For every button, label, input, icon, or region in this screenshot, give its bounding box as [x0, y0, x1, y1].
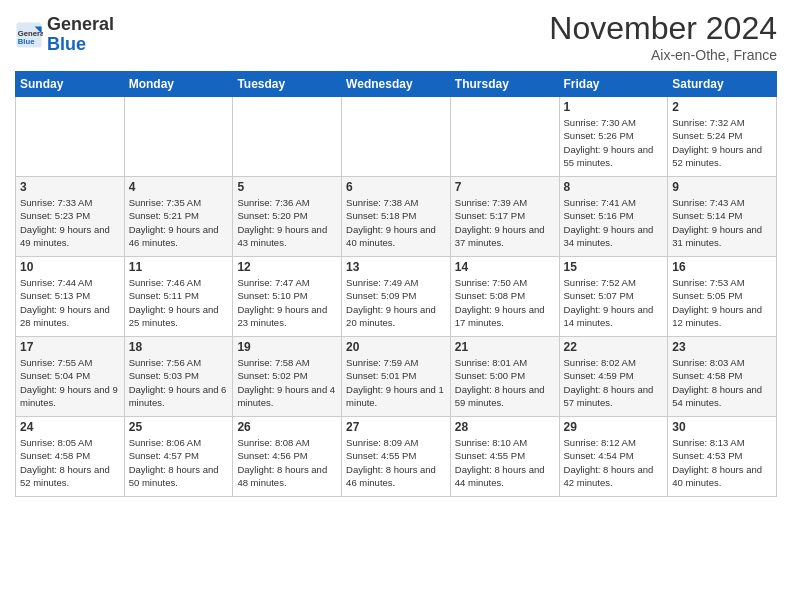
day-info: Sunrise: 8:13 AM Sunset: 4:53 PM Dayligh…: [672, 436, 772, 489]
day-number: 28: [455, 420, 555, 434]
logo-icon: General Blue: [15, 21, 43, 49]
day-number: 15: [564, 260, 664, 274]
calendar-cell: 4Sunrise: 7:35 AM Sunset: 5:21 PM Daylig…: [124, 177, 233, 257]
calendar-cell: 19Sunrise: 7:58 AM Sunset: 5:02 PM Dayli…: [233, 337, 342, 417]
calendar-week-row: 24Sunrise: 8:05 AM Sunset: 4:58 PM Dayli…: [16, 417, 777, 497]
calendar-cell: 6Sunrise: 7:38 AM Sunset: 5:18 PM Daylig…: [342, 177, 451, 257]
calendar-cell: 8Sunrise: 7:41 AM Sunset: 5:16 PM Daylig…: [559, 177, 668, 257]
calendar-cell: 28Sunrise: 8:10 AM Sunset: 4:55 PM Dayli…: [450, 417, 559, 497]
day-info: Sunrise: 7:59 AM Sunset: 5:01 PM Dayligh…: [346, 356, 446, 409]
day-info: Sunrise: 7:50 AM Sunset: 5:08 PM Dayligh…: [455, 276, 555, 329]
day-info: Sunrise: 8:10 AM Sunset: 4:55 PM Dayligh…: [455, 436, 555, 489]
calendar-cell: [124, 97, 233, 177]
day-info: Sunrise: 8:01 AM Sunset: 5:00 PM Dayligh…: [455, 356, 555, 409]
day-number: 5: [237, 180, 337, 194]
day-info: Sunrise: 7:47 AM Sunset: 5:10 PM Dayligh…: [237, 276, 337, 329]
calendar-week-row: 10Sunrise: 7:44 AM Sunset: 5:13 PM Dayli…: [16, 257, 777, 337]
day-info: Sunrise: 7:44 AM Sunset: 5:13 PM Dayligh…: [20, 276, 120, 329]
day-number: 25: [129, 420, 229, 434]
day-number: 18: [129, 340, 229, 354]
calendar-cell: 17Sunrise: 7:55 AM Sunset: 5:04 PM Dayli…: [16, 337, 125, 417]
calendar-cell: 27Sunrise: 8:09 AM Sunset: 4:55 PM Dayli…: [342, 417, 451, 497]
day-number: 26: [237, 420, 337, 434]
day-number: 30: [672, 420, 772, 434]
day-info: Sunrise: 7:32 AM Sunset: 5:24 PM Dayligh…: [672, 116, 772, 169]
calendar-cell: 30Sunrise: 8:13 AM Sunset: 4:53 PM Dayli…: [668, 417, 777, 497]
calendar-cell: 11Sunrise: 7:46 AM Sunset: 5:11 PM Dayli…: [124, 257, 233, 337]
svg-text:Blue: Blue: [18, 37, 35, 46]
day-number: 29: [564, 420, 664, 434]
day-info: Sunrise: 7:55 AM Sunset: 5:04 PM Dayligh…: [20, 356, 120, 409]
day-info: Sunrise: 7:30 AM Sunset: 5:26 PM Dayligh…: [564, 116, 664, 169]
day-number: 8: [564, 180, 664, 194]
calendar-cell: 3Sunrise: 7:33 AM Sunset: 5:23 PM Daylig…: [16, 177, 125, 257]
day-number: 17: [20, 340, 120, 354]
calendar-cell: 12Sunrise: 7:47 AM Sunset: 5:10 PM Dayli…: [233, 257, 342, 337]
day-number: 23: [672, 340, 772, 354]
day-number: 6: [346, 180, 446, 194]
day-number: 7: [455, 180, 555, 194]
title-block: November 2024 Aix-en-Othe, France: [549, 10, 777, 63]
day-info: Sunrise: 7:53 AM Sunset: 5:05 PM Dayligh…: [672, 276, 772, 329]
day-info: Sunrise: 8:06 AM Sunset: 4:57 PM Dayligh…: [129, 436, 229, 489]
day-number: 2: [672, 100, 772, 114]
calendar-cell: 23Sunrise: 8:03 AM Sunset: 4:58 PM Dayli…: [668, 337, 777, 417]
day-number: 20: [346, 340, 446, 354]
calendar-cell: 13Sunrise: 7:49 AM Sunset: 5:09 PM Dayli…: [342, 257, 451, 337]
col-header-sunday: Sunday: [16, 72, 125, 97]
day-number: 1: [564, 100, 664, 114]
calendar-cell: 22Sunrise: 8:02 AM Sunset: 4:59 PM Dayli…: [559, 337, 668, 417]
day-number: 16: [672, 260, 772, 274]
calendar-cell: 18Sunrise: 7:56 AM Sunset: 5:03 PM Dayli…: [124, 337, 233, 417]
day-info: Sunrise: 7:49 AM Sunset: 5:09 PM Dayligh…: [346, 276, 446, 329]
day-info: Sunrise: 8:03 AM Sunset: 4:58 PM Dayligh…: [672, 356, 772, 409]
calendar-cell: 16Sunrise: 7:53 AM Sunset: 5:05 PM Dayli…: [668, 257, 777, 337]
calendar-cell: 20Sunrise: 7:59 AM Sunset: 5:01 PM Dayli…: [342, 337, 451, 417]
calendar-table: SundayMondayTuesdayWednesdayThursdayFrid…: [15, 71, 777, 497]
day-info: Sunrise: 7:56 AM Sunset: 5:03 PM Dayligh…: [129, 356, 229, 409]
day-number: 21: [455, 340, 555, 354]
day-info: Sunrise: 8:08 AM Sunset: 4:56 PM Dayligh…: [237, 436, 337, 489]
calendar-week-row: 17Sunrise: 7:55 AM Sunset: 5:04 PM Dayli…: [16, 337, 777, 417]
day-info: Sunrise: 7:52 AM Sunset: 5:07 PM Dayligh…: [564, 276, 664, 329]
day-info: Sunrise: 8:09 AM Sunset: 4:55 PM Dayligh…: [346, 436, 446, 489]
calendar-cell: 15Sunrise: 7:52 AM Sunset: 5:07 PM Dayli…: [559, 257, 668, 337]
col-header-tuesday: Tuesday: [233, 72, 342, 97]
day-info: Sunrise: 7:46 AM Sunset: 5:11 PM Dayligh…: [129, 276, 229, 329]
day-number: 19: [237, 340, 337, 354]
calendar-cell: 1Sunrise: 7:30 AM Sunset: 5:26 PM Daylig…: [559, 97, 668, 177]
calendar-cell: [233, 97, 342, 177]
calendar-cell: [342, 97, 451, 177]
calendar-week-row: 1Sunrise: 7:30 AM Sunset: 5:26 PM Daylig…: [16, 97, 777, 177]
calendar-cell: [450, 97, 559, 177]
calendar-cell: 29Sunrise: 8:12 AM Sunset: 4:54 PM Dayli…: [559, 417, 668, 497]
col-header-friday: Friday: [559, 72, 668, 97]
calendar-cell: [16, 97, 125, 177]
calendar-cell: 25Sunrise: 8:06 AM Sunset: 4:57 PM Dayli…: [124, 417, 233, 497]
calendar-cell: 5Sunrise: 7:36 AM Sunset: 5:20 PM Daylig…: [233, 177, 342, 257]
calendar-cell: 24Sunrise: 8:05 AM Sunset: 4:58 PM Dayli…: [16, 417, 125, 497]
calendar-cell: 7Sunrise: 7:39 AM Sunset: 5:17 PM Daylig…: [450, 177, 559, 257]
location: Aix-en-Othe, France: [549, 47, 777, 63]
day-info: Sunrise: 7:41 AM Sunset: 5:16 PM Dayligh…: [564, 196, 664, 249]
day-number: 22: [564, 340, 664, 354]
day-info: Sunrise: 7:43 AM Sunset: 5:14 PM Dayligh…: [672, 196, 772, 249]
day-info: Sunrise: 8:02 AM Sunset: 4:59 PM Dayligh…: [564, 356, 664, 409]
day-info: Sunrise: 7:33 AM Sunset: 5:23 PM Dayligh…: [20, 196, 120, 249]
day-number: 12: [237, 260, 337, 274]
col-header-thursday: Thursday: [450, 72, 559, 97]
calendar-cell: 2Sunrise: 7:32 AM Sunset: 5:24 PM Daylig…: [668, 97, 777, 177]
month-title: November 2024: [549, 10, 777, 47]
calendar-cell: 14Sunrise: 7:50 AM Sunset: 5:08 PM Dayli…: [450, 257, 559, 337]
day-number: 4: [129, 180, 229, 194]
day-info: Sunrise: 7:35 AM Sunset: 5:21 PM Dayligh…: [129, 196, 229, 249]
day-info: Sunrise: 8:05 AM Sunset: 4:58 PM Dayligh…: [20, 436, 120, 489]
day-number: 13: [346, 260, 446, 274]
logo-blue: Blue: [47, 34, 86, 54]
day-info: Sunrise: 7:39 AM Sunset: 5:17 PM Dayligh…: [455, 196, 555, 249]
logo-general: General: [47, 14, 114, 34]
calendar-cell: 10Sunrise: 7:44 AM Sunset: 5:13 PM Dayli…: [16, 257, 125, 337]
calendar-cell: 9Sunrise: 7:43 AM Sunset: 5:14 PM Daylig…: [668, 177, 777, 257]
day-info: Sunrise: 8:12 AM Sunset: 4:54 PM Dayligh…: [564, 436, 664, 489]
calendar-week-row: 3Sunrise: 7:33 AM Sunset: 5:23 PM Daylig…: [16, 177, 777, 257]
